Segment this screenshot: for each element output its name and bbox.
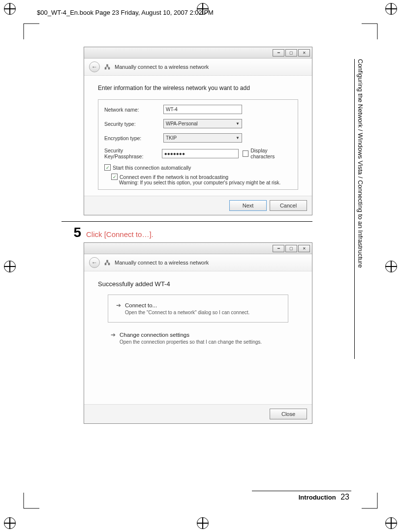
- crop-mark-icon: [362, 493, 381, 512]
- start-auto-label: Start this connection automatically: [113, 165, 191, 171]
- window-title: Manually connect to a wireless network: [115, 64, 209, 70]
- success-message: Successfully added WT-4: [98, 280, 298, 288]
- chevron-down-icon: ▼: [236, 136, 240, 140]
- connect-hidden-label: Connect even if the network is not broad…: [120, 174, 228, 180]
- svg-rect-1: [108, 67, 110, 69]
- dialog-manually-connect-1: ━ ▢ ✕ ← Manually connect to a wireless n…: [84, 47, 312, 215]
- change-settings-option[interactable]: ➔ Change connection settings Open the co…: [108, 328, 288, 348]
- back-icon[interactable]: ←: [89, 61, 100, 72]
- window-titlebar: ━ ▢ ✕: [84, 47, 312, 59]
- back-icon[interactable]: ←: [89, 257, 100, 268]
- step-heading: 5 Click [Connect to…].: [62, 221, 312, 240]
- security-type-label: Security type:: [104, 121, 163, 127]
- close-button[interactable]: ✕: [298, 245, 310, 252]
- close-dialog-button[interactable]: Close: [270, 409, 307, 419]
- svg-rect-5: [106, 260, 108, 262]
- registration-mark-icon: [197, 517, 209, 529]
- network-icon: [104, 63, 111, 70]
- svg-rect-0: [105, 67, 107, 69]
- display-characters-checkbox[interactable]: Display characters: [243, 148, 292, 159]
- registration-mark-icon: [4, 517, 16, 529]
- dialog-manually-connect-2: ━ ▢ ✕ ← Manually connect to a wireless n…: [84, 242, 312, 424]
- svg-rect-3: [105, 263, 107, 265]
- book-header: $00_WT-4_En.book Page 23 Friday, August …: [37, 9, 214, 16]
- maximize-button[interactable]: ▢: [285, 245, 297, 252]
- step-number: 5: [62, 225, 81, 240]
- checkbox-checked-icon: [111, 174, 118, 180]
- change-settings-description: Open the connection properties so that I…: [120, 339, 287, 345]
- network-name-label: Network name:: [104, 107, 163, 113]
- privacy-warning: Warning: If you select this option, your…: [119, 180, 292, 185]
- passphrase-input[interactable]: ●●●●●●●: [162, 149, 239, 158]
- minimize-button[interactable]: ━: [273, 245, 284, 252]
- step-text: Click [Connect to…].: [86, 230, 154, 238]
- change-settings-title: Change connection settings: [120, 332, 189, 338]
- close-button[interactable]: ✕: [298, 49, 310, 57]
- network-icon: [104, 259, 111, 266]
- arrow-right-icon: ➔: [110, 331, 117, 338]
- registration-mark-icon: [385, 3, 397, 15]
- start-auto-checkbox[interactable]: Start this connection automatically: [104, 164, 292, 171]
- checkbox-icon: [243, 150, 249, 157]
- side-section-label: Configuring the Network / Windows Vista …: [354, 59, 364, 359]
- checkbox-checked-icon: [104, 164, 111, 171]
- cancel-button[interactable]: Cancel: [270, 200, 307, 211]
- next-button[interactable]: Next: [229, 200, 267, 211]
- window-title: Manually connect to a wireless network: [115, 260, 209, 266]
- display-characters-label: Display characters: [250, 148, 292, 159]
- connect-to-title: Connect to...: [125, 302, 157, 308]
- footer-section: Introduction: [299, 494, 339, 501]
- crop-mark-icon: [20, 20, 39, 39]
- chevron-down-icon: ▼: [236, 121, 240, 126]
- window-titlebar: ━ ▢ ✕: [84, 243, 312, 254]
- connect-to-option[interactable]: ➔ Connect to... Open the "Connect to a n…: [108, 295, 288, 323]
- connect-to-description: Open the "Connect to a network" dialog s…: [125, 310, 282, 315]
- connect-hidden-checkbox[interactable]: Connect even if the network is not broad…: [111, 174, 292, 180]
- security-type-select[interactable]: WPA-Personal▼: [163, 119, 242, 128]
- encryption-type-select[interactable]: TKIP▼: [163, 133, 242, 143]
- form-panel: Network name: WT-4 Security type: WPA-Pe…: [98, 99, 298, 190]
- crop-mark-icon: [362, 20, 381, 39]
- registration-mark-icon: [4, 261, 16, 272]
- svg-rect-2: [106, 64, 108, 66]
- page-number: 23: [340, 493, 349, 501]
- network-name-input[interactable]: WT-4: [163, 105, 242, 114]
- svg-rect-4: [108, 263, 110, 265]
- arrow-right-icon: ➔: [115, 302, 122, 309]
- encryption-type-label: Encryption type:: [104, 135, 163, 141]
- passphrase-label: Security Key/Passphrase:: [104, 148, 162, 159]
- registration-mark-icon: [4, 3, 16, 15]
- registration-mark-icon: [385, 261, 397, 272]
- page-footer: Introduction 23: [299, 493, 349, 502]
- maximize-button[interactable]: ▢: [285, 49, 297, 57]
- dialog-prompt: Enter information for the wireless netwo…: [98, 85, 298, 91]
- minimize-button[interactable]: ━: [273, 49, 284, 57]
- crop-mark-icon: [20, 493, 39, 512]
- registration-mark-icon: [385, 517, 397, 529]
